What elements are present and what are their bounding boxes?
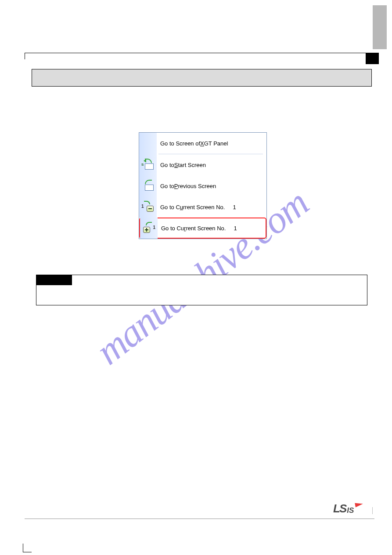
section-title-banner <box>32 69 372 87</box>
menu-item-goto-xgt-panel[interactable]: Go to Screen of XGT Panel <box>139 133 266 154</box>
logo-ls-text: LS <box>333 502 346 515</box>
crop-mark-bottom-left <box>23 544 32 552</box>
menu-item-label: Go to Screen of XGT Panel <box>157 140 266 147</box>
header-rule-left <box>25 53 25 59</box>
section-tab-marker <box>366 53 379 64</box>
logo-is-text: IS <box>347 506 354 515</box>
menu-item-icon-blank <box>139 133 157 154</box>
footer-rule <box>25 519 374 519</box>
menu-item-label: Go to Current Screen No.1 <box>157 204 266 210</box>
brand-logo: LS IS <box>333 503 366 515</box>
screen-number-plus-icon: 1 <box>140 218 158 239</box>
goto-start-screen-icon: S <box>139 154 157 175</box>
menu-item-label: Go to Current Screen No.1 <box>158 225 266 232</box>
logo-swoosh-icon <box>355 502 363 508</box>
menu-item-goto-current-screen-minus[interactable]: 1 Go to Current Screen No.1 <box>139 196 266 218</box>
header-rule <box>25 53 379 53</box>
menu-item-goto-start-screen[interactable]: S Go to Start Screen <box>139 154 266 175</box>
screen-number-minus-icon: 1 <box>139 196 157 218</box>
note-label-tag <box>36 275 72 285</box>
menu-item-goto-current-screen-plus[interactable]: 1 Go to Current Screen No.1 <box>139 218 266 239</box>
menu-separator <box>158 154 263 154</box>
page-edge-tab <box>373 5 387 49</box>
menu-item-goto-previous-screen[interactable]: Go to Previous Screen <box>139 175 266 196</box>
goto-previous-screen-icon <box>139 175 157 196</box>
page-root: manualshive.com Go to Screen of XGT Pane… <box>0 0 392 555</box>
menu-item-label: Go to Start Screen <box>157 162 266 168</box>
context-menu: Go to Screen of XGT Panel S Go to Start … <box>139 132 267 239</box>
footer-divider <box>372 507 373 514</box>
note-box <box>36 275 367 305</box>
menu-item-label: Go to Previous Screen <box>157 183 266 189</box>
